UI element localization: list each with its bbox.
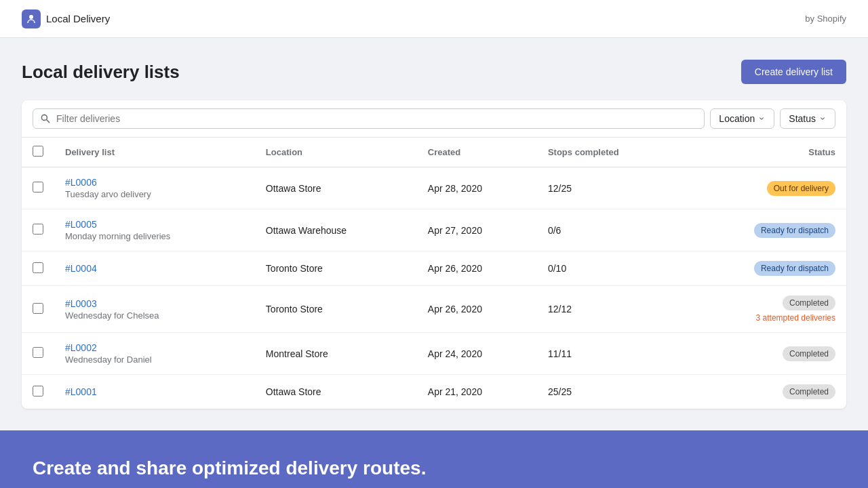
table-row: #L0005Monday morning deliveriesOttawa Wa…: [22, 209, 846, 251]
cell-delivery-list: #L0006Tuesday arvo delivery: [54, 167, 255, 209]
row-checkbox[interactable]: [33, 347, 43, 358]
cell-stops: 12/25: [537, 167, 684, 209]
shopify-label: by Shopify: [805, 14, 846, 24]
cell-status: Completed: [684, 375, 846, 409]
search-input[interactable]: [56, 113, 697, 124]
page-title: Local delivery lists: [22, 62, 180, 83]
cell-stops: 25/25: [537, 375, 684, 409]
cell-created: Apr 24, 2020: [417, 333, 537, 375]
cell-status: Ready for dispatch: [684, 251, 846, 286]
cell-status: Out for delivery: [684, 167, 846, 209]
page-header: Local delivery lists Create delivery lis…: [22, 60, 846, 84]
delivery-id-link[interactable]: #L0006: [65, 177, 244, 188]
cell-delivery-list: #L0005Monday morning deliveries: [54, 209, 255, 251]
table-header: Delivery list Location Created Stops com…: [22, 138, 846, 167]
cell-delivery-list: #L0002Wednesday for Daniel: [54, 333, 255, 375]
cell-location: Toronto Store: [255, 251, 417, 286]
select-all-checkbox[interactable]: [33, 146, 43, 157]
status-badge: Ready for dispatch: [754, 261, 835, 276]
table-row: #L0002Wednesday for DanielMontreal Store…: [22, 333, 846, 375]
cell-status: Ready for dispatch: [684, 209, 846, 251]
col-stops: Stops completed: [537, 138, 684, 167]
cell-status: Completed3 attempted deliveries: [684, 286, 846, 333]
table-row: #L0001Ottawa StoreApr 21, 202025/25Compl…: [22, 375, 846, 409]
delivery-id-link[interactable]: #L0005: [65, 219, 244, 230]
cell-delivery-list: #L0001: [54, 375, 255, 409]
row-checkbox[interactable]: [33, 262, 43, 273]
delivery-subtitle: Monday morning deliveries: [65, 231, 244, 241]
search-wrapper: [33, 108, 705, 129]
cell-delivery-list: #L0003Wednesday for Chelsea: [54, 286, 255, 333]
delivery-subtitle: Wednesday for Chelsea: [65, 310, 244, 321]
cell-created: Apr 28, 2020: [417, 167, 537, 209]
table-row: #L0003Wednesday for ChelseaToronto Store…: [22, 286, 846, 333]
cell-location: Toronto Store: [255, 286, 417, 333]
delivery-id-link[interactable]: #L0002: [65, 342, 244, 353]
main-content: Local delivery lists Create delivery lis…: [0, 38, 868, 430]
cell-created: Apr 21, 2020: [417, 375, 537, 409]
app-header: Local Delivery by Shopify: [0, 0, 868, 38]
cell-delivery-list: #L0004: [54, 251, 255, 286]
row-checkbox[interactable]: [33, 386, 43, 396]
delivery-subtitle: Wednesday for Daniel: [65, 354, 244, 365]
brand-area: Local Delivery: [22, 9, 110, 28]
cell-location: Ottawa Store: [255, 167, 417, 209]
row-checkbox[interactable]: [33, 182, 43, 192]
svg-point-0: [29, 15, 33, 19]
attempted-deliveries-link[interactable]: 3 attempted deliveries: [756, 313, 835, 323]
row-checkbox[interactable]: [33, 224, 43, 235]
footer-banner-text: Create and share optimized delivery rout…: [33, 458, 835, 479]
cell-stops: 12/12: [537, 286, 684, 333]
col-delivery-list: Delivery list: [54, 138, 255, 167]
col-status: Status: [684, 138, 846, 167]
delivery-list-card: Location Status Delivery list Location C: [22, 100, 846, 409]
create-delivery-button[interactable]: Create delivery list: [741, 60, 846, 84]
status-badge: Out for delivery: [767, 181, 835, 196]
status-filter-button[interactable]: Status: [780, 108, 835, 129]
brand-icon: [22, 9, 41, 28]
col-created: Created: [417, 138, 537, 167]
status-badge: Ready for dispatch: [754, 223, 835, 238]
cell-created: Apr 26, 2020: [417, 286, 537, 333]
deliveries-table: Delivery list Location Created Stops com…: [22, 138, 846, 409]
location-filter-button[interactable]: Location: [710, 108, 774, 129]
status-badge: Completed: [783, 384, 835, 399]
footer-banner: Create and share optimized delivery rout…: [0, 430, 868, 488]
cell-stops: 0/10: [537, 251, 684, 286]
cell-location: Ottawa Warehouse: [255, 209, 417, 251]
cell-stops: 11/11: [537, 333, 684, 375]
cell-status: Completed: [684, 333, 846, 375]
table-row: #L0006Tuesday arvo deliveryOttawa StoreA…: [22, 167, 846, 209]
cell-created: Apr 27, 2020: [417, 209, 537, 251]
col-location: Location: [255, 138, 417, 167]
table-row: #L0004Toronto StoreApr 26, 20200/10Ready…: [22, 251, 846, 286]
delivery-id-link[interactable]: #L0003: [65, 298, 244, 309]
cell-stops: 0/6: [537, 209, 684, 251]
search-icon: [40, 113, 51, 124]
cell-location: Montreal Store: [255, 333, 417, 375]
brand-name: Local Delivery: [46, 13, 110, 24]
status-badge: Completed: [783, 346, 835, 361]
chevron-down-icon: [757, 115, 766, 123]
delivery-subtitle: Tuesday arvo delivery: [65, 189, 244, 199]
chevron-down-icon: [818, 115, 827, 123]
filter-bar: Location Status: [22, 100, 846, 138]
delivery-id-link[interactable]: #L0001: [65, 386, 244, 397]
cell-location: Ottawa Store: [255, 375, 417, 409]
row-checkbox[interactable]: [33, 303, 43, 314]
status-badge: Completed: [783, 296, 835, 310]
delivery-id-link[interactable]: #L0004: [65, 263, 244, 274]
cell-created: Apr 26, 2020: [417, 251, 537, 286]
table-body: #L0006Tuesday arvo deliveryOttawa StoreA…: [22, 167, 846, 409]
